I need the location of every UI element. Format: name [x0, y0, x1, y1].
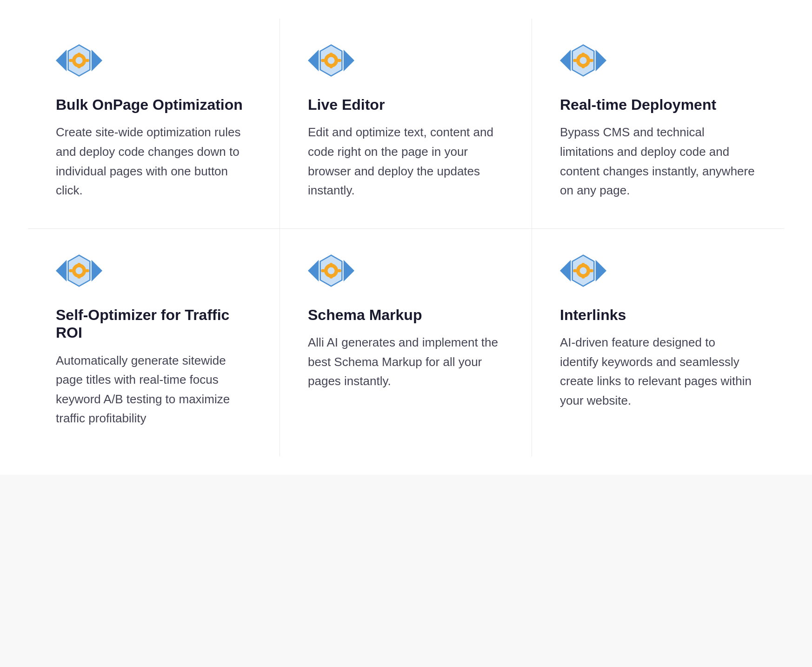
svg-rect-26 — [582, 53, 585, 56]
feature-title-interlinks: Interlinks — [560, 306, 756, 324]
svg-point-45 — [328, 267, 335, 274]
svg-rect-18 — [321, 59, 325, 62]
svg-rect-57 — [582, 274, 585, 278]
svg-marker-10 — [308, 50, 319, 72]
feature-desc-live-editor: Edit and optimize text, content and code… — [308, 123, 504, 200]
svg-marker-1 — [92, 50, 102, 72]
svg-rect-29 — [589, 59, 593, 62]
svg-rect-28 — [573, 59, 577, 62]
feature-card-interlinks: Interlinks AI-driven feature designed to… — [532, 229, 784, 456]
alli-logo-icon-bulk-onpage — [56, 42, 102, 79]
feature-desc-interlinks: AI-driven feature designed to identify k… — [560, 333, 756, 410]
feature-title-realtime-deployment: Real-time Deployment — [560, 96, 756, 113]
svg-rect-58 — [573, 269, 577, 272]
alli-logo-icon-self-optimizer — [56, 252, 102, 289]
feature-desc-bulk-onpage: Create site-wide optimization rules and … — [56, 123, 252, 200]
svg-marker-50 — [560, 260, 571, 281]
alli-logo-icon-live-editor — [308, 42, 354, 79]
svg-rect-19 — [337, 59, 341, 62]
feature-card-live-editor: Live Editor Edit and optimize text, cont… — [280, 19, 532, 229]
feature-card-self-optimizer: Self-Optimizer for Traffic ROI Automatic… — [28, 229, 280, 456]
svg-rect-38 — [69, 269, 73, 272]
svg-point-35 — [76, 267, 83, 274]
alli-logo-icon-realtime-deployment — [560, 42, 606, 79]
features-grid: Bulk OnPage Optimization Create site-wid… — [0, 0, 812, 475]
svg-marker-21 — [596, 50, 606, 72]
svg-rect-39 — [85, 269, 89, 272]
svg-rect-27 — [582, 64, 585, 68]
svg-rect-9 — [85, 59, 89, 62]
svg-rect-46 — [330, 263, 333, 267]
svg-rect-49 — [337, 269, 341, 272]
feature-title-live-editor: Live Editor — [308, 96, 504, 113]
feature-title-bulk-onpage: Bulk OnPage Optimization — [56, 96, 252, 113]
svg-rect-59 — [589, 269, 593, 272]
svg-marker-30 — [56, 260, 67, 281]
feature-title-self-optimizer: Self-Optimizer for Traffic ROI — [56, 306, 252, 342]
svg-rect-48 — [321, 269, 325, 272]
svg-rect-56 — [582, 263, 585, 267]
svg-marker-20 — [560, 50, 571, 72]
feature-desc-realtime-deployment: Bypass CMS and technical limitations and… — [560, 123, 756, 200]
svg-marker-11 — [344, 50, 354, 72]
alli-logo-icon-schema-markup — [308, 252, 354, 289]
svg-rect-37 — [78, 274, 81, 278]
alli-logo-icon-interlinks — [560, 252, 606, 289]
svg-marker-0 — [56, 50, 67, 72]
feature-desc-schema-markup: Alli AI generates and implement the best… — [308, 333, 504, 391]
svg-point-15 — [328, 57, 335, 64]
svg-marker-31 — [92, 260, 102, 281]
svg-point-25 — [580, 57, 587, 64]
svg-rect-8 — [69, 59, 73, 62]
svg-marker-40 — [308, 260, 319, 281]
feature-card-realtime-deployment: Real-time Deployment Bypass CMS and tech… — [532, 19, 784, 229]
svg-rect-6 — [78, 53, 81, 56]
svg-marker-41 — [344, 260, 354, 281]
svg-rect-7 — [78, 64, 81, 68]
svg-rect-16 — [330, 53, 333, 56]
svg-rect-17 — [330, 64, 333, 68]
svg-point-55 — [580, 267, 587, 274]
svg-point-5 — [76, 57, 83, 64]
svg-rect-47 — [330, 274, 333, 278]
svg-rect-36 — [78, 263, 81, 267]
feature-title-schema-markup: Schema Markup — [308, 306, 504, 324]
feature-card-bulk-onpage: Bulk OnPage Optimization Create site-wid… — [28, 19, 280, 229]
feature-card-schema-markup: Schema Markup Alli AI generates and impl… — [280, 229, 532, 456]
svg-marker-51 — [596, 260, 606, 281]
feature-desc-self-optimizer: Automatically generate sitewide page tit… — [56, 351, 252, 428]
